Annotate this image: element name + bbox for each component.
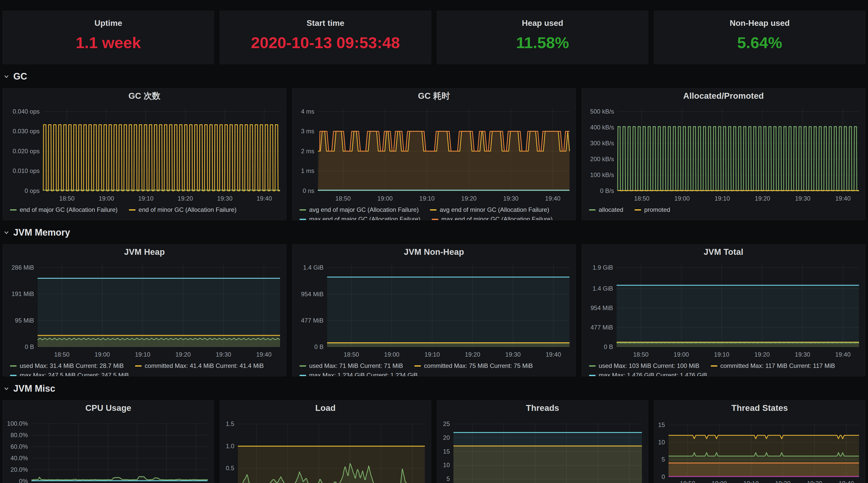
series-color-dash-icon [634,209,641,211]
panel-title[interactable]: GC 次数 [3,89,286,103]
svg-text:19:40: 19:40 [835,195,850,202]
legend-item[interactable]: end of minor GC (Allocation Failure) [129,206,237,213]
svg-text:15: 15 [658,421,665,428]
svg-text:19:20: 19:20 [775,480,790,483]
gc-count-legend: end of major GC (Allocation Failure)end … [3,204,286,213]
legend-item[interactable]: allocated [589,206,623,213]
panel-title[interactable]: Allocated/Promoted [582,89,865,103]
jvm-nonheap-legend: used Max: 71 MiB Current: 71 MiBcommitte… [292,360,576,376]
svg-text:477 MiB: 477 MiB [301,317,323,324]
gc-time-legend: avg end of major GC (Allocation Failure)… [292,204,576,220]
legend-item[interactable]: max Max: 1.234 GiB Current: 1.234 GiB [300,372,417,376]
legend-label: end of minor GC (Allocation Failure) [138,206,237,213]
stat-value: 1.1 week [3,28,214,64]
chevron-down-icon [3,73,10,80]
section-jvm-memory-toggle[interactable]: JVM Memory [3,227,865,238]
legend-row: avg end of major GC (Allocation Failure)… [300,206,573,213]
threads-chart[interactable]: 51015202518:5019:0019:1019:2019:3019:40 [437,416,648,483]
panel-allocated-promoted: Allocated/Promoted 0 B/s100 kB/s200 kB/s… [582,88,865,220]
panel-title[interactable]: Thread States [654,401,865,416]
svg-text:19:20: 19:20 [461,195,476,202]
legend-item[interactable]: promoted [634,206,670,213]
svg-text:200 kB/s: 200 kB/s [590,155,614,162]
legend-item[interactable]: committed Max: 117 MiB Current: 117 MiB [711,362,835,369]
allocated-promoted-chart[interactable]: 0 B/s100 kB/s200 kB/s300 kB/s400 kB/s500… [582,103,865,204]
cpu-usage-chart[interactable]: 0%20.0%40.0%60.0%80.0%100.0%18:5019:0019… [3,416,214,483]
series-color-dash-icon [589,209,596,211]
series-color-dash-icon [589,365,596,367]
series-color-dash-icon [711,365,717,367]
panel-title[interactable]: Uptime [3,11,214,28]
legend-item[interactable]: used Max: 103 MiB Current: 100 MiB [589,362,700,369]
load-chart[interactable]: 0.51.01.518:5019:0019:1019:2019:3019:40 [220,416,431,483]
section-jvm-misc-toggle[interactable]: JVM Misc [3,383,865,394]
svg-text:1.5: 1.5 [226,420,234,427]
svg-text:20: 20 [443,434,450,441]
legend-item[interactable]: committed Max: 41.4 MiB Current: 41.4 Mi… [135,362,264,369]
gc-count-chart[interactable]: 0 ops0.010 ops0.020 ops0.030 ops0.040 op… [3,103,286,204]
legend-item[interactable]: used Max: 71 MiB Current: 71 MiB [300,362,403,369]
panel-title[interactable]: Start time [220,11,431,28]
panel-title[interactable]: JVM Non-Heap [292,245,576,260]
svg-text:19:10: 19:10 [743,480,759,483]
svg-text:0.5: 0.5 [226,464,234,472]
legend-item[interactable]: max Max: 1.476 GiB Current: 1.476 GiB [589,372,707,376]
svg-text:19:00: 19:00 [99,195,114,202]
svg-text:19:10: 19:10 [138,195,153,202]
legend-item[interactable]: committed Max: 75 MiB Current: 75 MiB [414,362,533,369]
svg-text:2 ms: 2 ms [301,148,314,154]
panel-title[interactable]: Load [220,401,431,416]
legend-label: used Max: 71 MiB Current: 71 MiB [309,362,403,369]
svg-text:5: 5 [446,475,450,482]
thread-states-chart[interactable]: 05101518:5019:0019:1019:2019:3019:40 [654,416,865,483]
legend-item[interactable]: max end of major GC (Allocation Failure) [300,216,421,220]
svg-text:18:50: 18:50 [344,351,359,358]
jvm-nonheap-chart[interactable]: 0 B477 MiB954 MiB1.4 GiB18:5019:0019:101… [292,260,576,360]
legend-label: avg end of major GC (Allocation Failure) [309,206,418,213]
svg-text:20.0%: 20.0% [10,466,28,473]
legend-item[interactable]: max Max: 247.5 MiB Current: 247.5 MiB [10,372,129,376]
svg-text:19:40: 19:40 [546,351,561,358]
svg-text:19:20: 19:20 [178,195,193,202]
svg-text:0.030 ops: 0.030 ops [13,128,40,134]
panel-jvm-total: JVM Total 0 B477 MiB954 MiB1.4 GiB1.9 Gi… [582,244,865,376]
svg-text:0 B: 0 B [314,343,323,350]
svg-text:0 B: 0 B [604,343,613,350]
legend-label: promoted [644,206,670,213]
svg-text:19:00: 19:00 [712,480,727,483]
legend-label: end of major GC (Allocation Failure) [20,206,118,213]
panel-title[interactable]: JVM Total [582,245,865,260]
svg-text:4 ms: 4 ms [301,108,314,115]
section-gc-toggle[interactable]: GC [3,71,865,82]
legend-item[interactable]: used Max: 31.4 MiB Current: 28.7 MiB [10,362,124,369]
panel-title[interactable]: Threads [437,401,648,416]
svg-text:19:20: 19:20 [754,351,770,358]
svg-text:19:10: 19:10 [419,195,435,202]
legend-item[interactable]: end of major GC (Allocation Failure) [10,206,118,213]
svg-text:18:50: 18:50 [633,351,649,358]
jvm-heap-chart[interactable]: 0 B95 MiB191 MiB286 MiB18:5019:0019:1019… [3,260,286,360]
svg-text:5: 5 [661,456,665,463]
legend-label: max end of minor GC (Allocation Failure) [441,216,553,220]
panel-non-heap-used: Non-Heap used 5.64% [654,11,865,64]
legend-item[interactable]: avg end of minor GC (Allocation Failure) [430,206,549,213]
jvm-total-chart[interactable]: 0 B477 MiB954 MiB1.4 GiB1.9 GiB18:5019:0… [582,260,865,360]
legend-label: committed Max: 75 MiB Current: 75 MiB [424,362,533,369]
panel-title[interactable]: GC 耗时 [292,89,576,103]
svg-text:191 MiB: 191 MiB [11,290,34,297]
svg-text:19:40: 19:40 [256,195,272,202]
series-color-dash-icon [300,365,306,367]
svg-text:19:20: 19:20 [176,351,191,358]
panel-title[interactable]: Non-Heap used [654,11,865,28]
panel-title[interactable]: JVM Heap [3,245,286,260]
panel-title[interactable]: Heap used [437,11,648,28]
legend-item[interactable]: max end of minor GC (Allocation Failure) [432,216,553,220]
panel-gc-time: GC 耗时 0 ns1 ms2 ms3 ms4 ms18:5019:0019:1… [292,88,576,220]
svg-text:19:40: 19:40 [835,351,850,358]
gc-time-chart[interactable]: 0 ns1 ms2 ms3 ms4 ms18:5019:0019:1019:20… [292,103,576,204]
svg-text:19:30: 19:30 [505,351,521,358]
panel-title[interactable]: CPU Usage [3,401,214,416]
allocated-promoted-legend: allocatedpromoted [582,204,865,213]
legend-item[interactable]: avg end of major GC (Allocation Failure) [300,206,418,213]
legend-row: max Max: 1.234 GiB Current: 1.234 GiB [300,372,573,376]
